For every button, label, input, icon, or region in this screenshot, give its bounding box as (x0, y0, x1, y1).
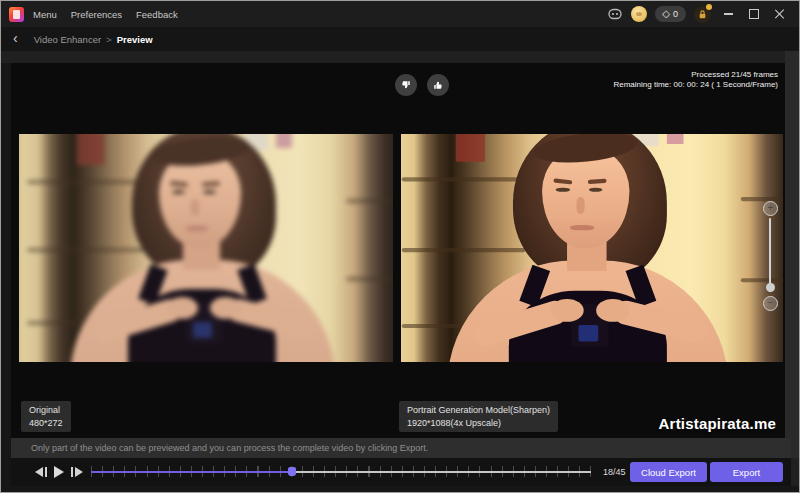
menu-item-preferences[interactable]: Preferences (71, 9, 122, 20)
original-label-resolution: 480*272 (29, 417, 63, 430)
minimize-button[interactable] (719, 5, 737, 23)
zoom-in-button[interactable]: + (763, 201, 778, 216)
close-button[interactable] (771, 5, 789, 23)
discord-icon[interactable] (607, 6, 623, 22)
original-video-content (19, 134, 393, 362)
enhanced-label-title: Portrait Generation Model(Sharpen) (407, 404, 550, 417)
title-bar: Menu Preferences Feedback ◇ 0 (1, 1, 799, 27)
notice-text: Only part of the video can be previewed … (31, 443, 428, 453)
thumbs-up-button[interactable] (427, 74, 449, 96)
coin-avatar-icon[interactable] (631, 6, 647, 22)
zoom-out-button[interactable]: − (763, 296, 778, 311)
cloud-export-button[interactable]: Cloud Export (630, 462, 707, 482)
enhanced-label-resolution: 1920*1088(4x Upscale) (407, 417, 550, 430)
maximize-button[interactable] (745, 5, 763, 23)
account-lock-icon[interactable] (694, 6, 711, 23)
menu-item-feedback[interactable]: Feedback (136, 9, 178, 20)
left-margin (1, 63, 11, 486)
watermark-text: Artistapirata.me (659, 415, 776, 432)
enhanced-video-frame[interactable] (401, 134, 783, 362)
playback-bar: 18/45 Cloud Export Export (11, 458, 791, 486)
breadcrumb-separator: > (106, 34, 112, 45)
frame-counter: 18/45 (603, 458, 626, 486)
thumbs-down-button[interactable] (395, 74, 417, 96)
gems-badge[interactable]: ◇ 0 (655, 6, 686, 22)
spacer (1, 51, 799, 63)
zoom-slider-handle[interactable] (766, 283, 775, 292)
enhanced-label: Portrait Generation Model(Sharpen) 1920*… (399, 401, 558, 432)
gems-count: 0 (673, 9, 678, 19)
timeline-handle[interactable] (288, 467, 296, 476)
gem-icon: ◇ (662, 6, 670, 22)
breadcrumb-current: Preview (117, 34, 153, 45)
previous-frame-button[interactable] (33, 465, 49, 479)
original-label-title: Original (29, 404, 63, 417)
breadcrumb-parent[interactable]: Video Enhancer (34, 34, 101, 45)
original-video-frame[interactable] (19, 134, 393, 362)
notice-bar: Only part of the video can be previewed … (11, 438, 791, 458)
timeline-track[interactable] (91, 471, 591, 473)
bottom-margin (1, 486, 799, 492)
right-margin (785, 51, 799, 458)
remaining-time-text: Remaining time: 00: 00: 24 ( 1 Second/Fr… (613, 80, 778, 90)
breadcrumb-bar: ‹ Video Enhancer > Preview (1, 27, 799, 51)
zoom-control: + − (756, 201, 784, 311)
processing-status: Processed 21/45 frames Remaining time: 0… (613, 70, 778, 89)
app-window: Menu Preferences Feedback ◇ 0 (0, 0, 800, 493)
original-label: Original 480*272 (21, 401, 71, 432)
next-frame-button[interactable] (69, 465, 85, 479)
back-button[interactable]: ‹ (13, 31, 18, 45)
processed-frames-text: Processed 21/45 frames (613, 70, 778, 80)
play-button[interactable] (51, 465, 67, 479)
menu-item-menu[interactable]: Menu (33, 9, 57, 20)
preview-panel: Processed 21/45 frames Remaining time: 0… (11, 63, 785, 438)
export-button[interactable]: Export (710, 462, 783, 482)
zoom-slider-track[interactable] (769, 218, 771, 292)
app-logo-icon (9, 7, 24, 22)
enhanced-video-content (401, 134, 783, 362)
